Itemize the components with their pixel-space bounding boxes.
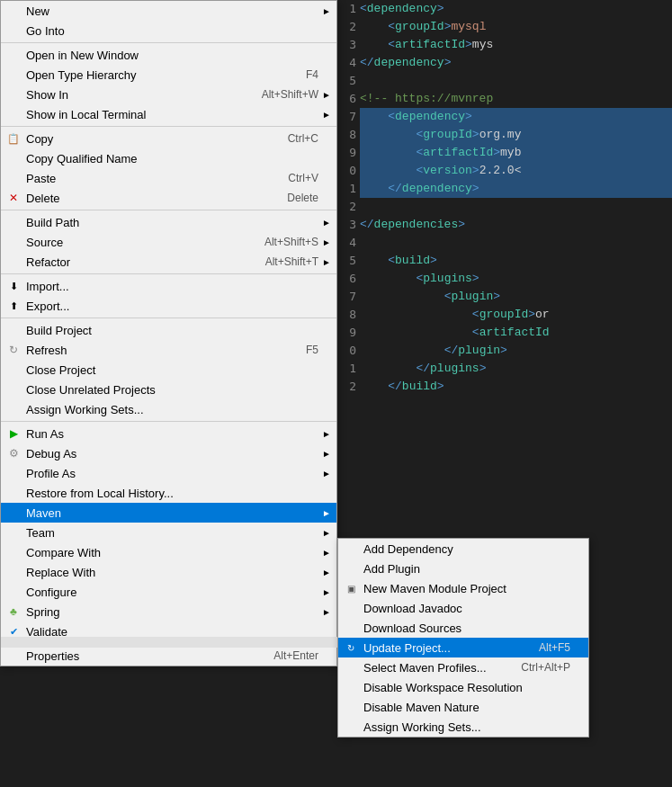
run-as-icon: ▶ [4,427,22,440]
menu-item-profile-as[interactable]: Profile As ► [1,463,336,483]
arrow-icon: ► [322,257,331,267]
code-line: <artifactId [360,324,672,342]
menu-label: Update Project... [363,641,451,655]
menu-item-run-as[interactable]: ▶ Run As ► [1,424,336,443]
menu-item-export[interactable]: ⬆ Export... [1,296,336,316]
import-icon: ⬇ [4,281,22,292]
menu-label: Refresh [26,344,67,357]
export-icon: ⬆ [4,300,22,312]
menu-item-build-project[interactable]: Build Project [1,320,336,340]
code-line: <plugin> [360,288,672,306]
submenu-item-assign-working-sets[interactable]: Assign Working Sets... [338,717,588,737]
menu-label: Paste [26,172,56,185]
shortcut-label: Alt+Enter [246,649,318,662]
menu-item-assign-working-sets-top[interactable]: Assign Working Sets... [1,399,336,419]
arrow-icon: ► [322,6,331,16]
menu-item-refactor[interactable]: Refactor Alt+Shift+T ► [1,252,336,272]
menu-item-new[interactable]: New ► [1,1,336,21]
menu-item-close-unrelated[interactable]: Close Unrelated Projects [1,380,336,399]
arrow-icon: ► [322,528,331,538]
arrow-icon: ► [322,548,331,558]
menu-label: New Maven Module Project [363,582,506,595]
menu-item-show-local-terminal[interactable]: Show in Local Terminal ► [1,104,336,124]
arrow-icon: ► [322,508,331,518]
menu-label: Close Unrelated Projects [26,383,156,397]
menu-item-open-type-hierarchy[interactable]: Open Type Hierarchy F4 [1,65,336,85]
menu-item-copy[interactable]: 📋 Copy Ctrl+C [1,129,336,148]
menu-item-team[interactable]: Team ► [1,523,336,542]
code-line: <groupId>or [360,306,672,324]
menu-item-import[interactable]: ⬇ Import... [1,276,336,296]
submenu-item-download-sources[interactable]: Download Sources [338,618,588,638]
menu-label: Debug As [26,447,76,461]
submenu-item-new-maven-module[interactable]: ▣ New Maven Module Project [338,578,588,598]
menu-item-copy-qualified[interactable]: Copy Qualified Name [1,148,336,168]
menu-item-properties[interactable]: Properties Alt+Enter [1,646,336,666]
arrow-icon: ► [322,587,331,597]
submenu-item-update-project[interactable]: ↻ Update Project... Alt+F5 [338,638,588,657]
menu-label: Copy [26,132,53,146]
menu-item-restore-history[interactable]: Restore from Local History... [1,483,336,503]
arrow-icon: ► [322,237,331,247]
menu-label: Run As [26,427,64,441]
shortcut-label: Delete [260,192,318,204]
code-line [360,234,672,252]
menu-item-configure[interactable]: Configure ► [1,582,336,602]
menu-item-show-in[interactable]: Show In Alt+Shift+W ► [1,85,336,104]
code-line: </plugins> [360,360,672,378]
menu-label: Add Plugin [363,562,420,576]
menu-label: Open Type Hierarchy [26,68,137,82]
menu-label: Disable Workspace Resolution [363,681,523,694]
submenu-item-disable-workspace[interactable]: Disable Workspace Resolution [338,677,588,697]
menu-item-refresh[interactable]: ↻ Refresh F5 [1,340,336,360]
menu-item-close-project[interactable]: Close Project [1,360,336,380]
menu-label: Spring [26,605,60,619]
shortcut-label: Alt+Shift+T [238,255,318,268]
menu-item-spring[interactable]: ♣ Spring ► [1,602,336,622]
shortcut-label: Ctrl+V [261,172,318,184]
menu-label: Select Maven Profiles... [363,661,487,675]
menu-label: Properties [26,649,79,663]
menu-label: Download Javadoc [363,602,462,615]
shortcut-label: F5 [279,344,318,356]
update-icon: ↻ [342,643,360,653]
menu-label: Download Sources [363,622,461,635]
submenu-item-add-dependency[interactable]: Add Dependency [338,539,588,559]
menu-label: Refactor [26,255,70,269]
code-line: <!-- https://mvnrep [360,90,672,108]
menu-item-source[interactable]: Source Alt+Shift+S ► [1,232,336,252]
submenu-item-add-plugin[interactable]: Add Plugin [338,559,588,578]
code-line: <artifactId>myb [360,144,672,162]
menu-item-paste[interactable]: Paste Ctrl+V [1,168,336,188]
code-line: </dependencies> [360,216,672,234]
submenu-item-select-profiles[interactable]: Select Maven Profiles... Ctrl+Alt+P [338,657,588,677]
shortcut-label: F4 [279,68,318,81]
menu-item-debug-as[interactable]: ⚙ Debug As ► [1,443,336,463]
menu-label: Import... [26,280,69,293]
menu-label: Team [26,526,55,540]
delete-icon: ✕ [4,192,22,204]
menu-item-go-into[interactable]: Go Into [1,21,336,40]
code-line: <artifactId>mys [360,36,672,54]
menu-label: Show In [26,88,68,102]
separator [1,210,336,210]
menu-label: Export... [26,300,69,313]
menu-item-replace-with[interactable]: Replace With ► [1,562,336,582]
arrow-icon: ► [322,90,331,100]
code-line: <groupId>mysql [360,18,672,36]
submenu-item-download-javadoc[interactable]: Download Javadoc [338,598,588,618]
code-line: <build> [360,252,672,270]
menu-item-build-path[interactable]: Build Path ► [1,212,336,232]
code-line: </dependency> [360,180,672,198]
code-line: <plugins> [360,270,672,288]
shortcut-label: Alt+Shift+S [237,236,318,248]
menu-item-open-new-window[interactable]: Open in New Window [1,45,336,65]
menu-label: Delete [26,192,60,205]
submenu-item-disable-maven[interactable]: Disable Maven Nature [338,697,588,717]
menu-item-compare-with[interactable]: Compare With ► [1,542,336,562]
menu-item-delete[interactable]: ✕ Delete Delete [1,188,336,208]
menu-item-maven[interactable]: Maven ► [1,503,336,523]
menu-label: New [26,4,49,18]
menu-label: Go Into [26,24,65,38]
scrollbar[interactable] [1,637,338,648]
